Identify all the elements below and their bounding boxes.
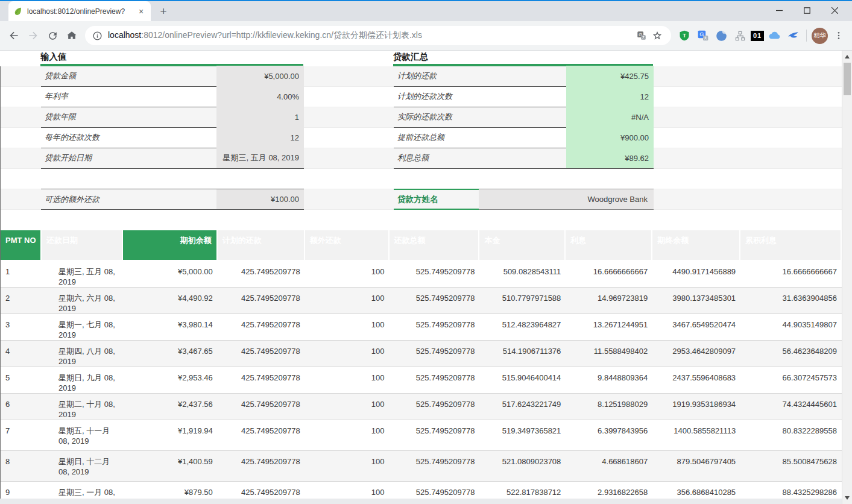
amortization-table-body: 1星期三, 五月 08, 2019¥5,000.00425.7495209778… bbox=[1, 261, 842, 504]
table-cell: 525.7495209778 bbox=[390, 367, 480, 393]
input-label: 年利率 bbox=[41, 86, 216, 107]
extension-badge-01[interactable]: 01 bbox=[751, 31, 764, 41]
scroll-down-icon[interactable] bbox=[845, 496, 850, 500]
page-bottom-strip bbox=[0, 499, 842, 504]
table-row: 7星期五, 十一月 08, 2019¥1,919.94425.749520977… bbox=[1, 420, 842, 451]
extensions-row: T G 01 精华 bbox=[676, 28, 848, 44]
vertical-scrollbar[interactable] bbox=[842, 51, 852, 504]
table-cell: 4.668618607 bbox=[566, 451, 652, 481]
extension-bird-icon[interactable] bbox=[785, 28, 801, 44]
table-cell: 星期五, 十一月 08, 2019 bbox=[42, 420, 123, 450]
table-cell: ¥3,980.14 bbox=[123, 314, 218, 340]
home-button[interactable] bbox=[62, 26, 81, 45]
input-value: 12 bbox=[216, 127, 304, 148]
column-header: 期初余额 bbox=[123, 230, 218, 260]
extension-translate-icon[interactable]: G bbox=[695, 28, 711, 44]
table-cell: 3980.1373485301 bbox=[652, 288, 740, 313]
extension-swirl-icon[interactable] bbox=[713, 28, 730, 44]
extension-shield-icon[interactable]: T bbox=[676, 28, 692, 44]
browser-window: localhost:8012/onlinePreview? × + localh… bbox=[0, 0, 852, 504]
scroll-up-icon[interactable] bbox=[845, 55, 850, 58]
translate-page-icon[interactable]: G bbox=[634, 28, 649, 43]
input-summary-rows: 贷款金额¥5,000.00计划的还款¥425.75年利率4.00%计划的还款次数… bbox=[1, 66, 842, 169]
summary-value: #N/A bbox=[566, 107, 654, 128]
table-cell: 509.0828543111 bbox=[479, 261, 566, 287]
table-cell: 425.7495209778 bbox=[218, 394, 305, 420]
table-cell: 16.6666666667 bbox=[566, 261, 652, 287]
table-row: 4星期四, 八月 08, 2019¥3,467.65425.7495209778… bbox=[1, 341, 842, 367]
table-cell: ¥5,000.00 bbox=[123, 261, 218, 287]
summary-label: 计划的还款 bbox=[394, 66, 566, 87]
table-cell: 56.4623648209 bbox=[740, 341, 842, 367]
table-cell: 14.969723819 bbox=[566, 288, 652, 313]
extension-cloud-icon[interactable] bbox=[766, 28, 783, 44]
column-header: 利息 bbox=[566, 230, 652, 260]
table-cell: ¥1,919.94 bbox=[123, 420, 218, 450]
reload-button[interactable] bbox=[43, 26, 62, 45]
browser-tab[interactable]: localhost:8012/onlinePreview? × bbox=[8, 1, 151, 21]
table-row: 1星期三, 五月 08, 2019¥5,000.00425.7495209778… bbox=[1, 261, 842, 288]
profile-avatar[interactable]: 精华 bbox=[812, 28, 828, 44]
table-cell: 16.6666666667 bbox=[740, 261, 842, 287]
table-cell: 4 bbox=[1, 341, 42, 367]
input-label: 贷款年限 bbox=[41, 107, 216, 128]
table-cell: 512.4823964827 bbox=[479, 314, 566, 340]
table-cell: 74.4324445601 bbox=[740, 394, 842, 420]
maximize-button[interactable] bbox=[793, 2, 821, 18]
new-tab-button[interactable]: + bbox=[156, 4, 171, 19]
table-cell: 85.5008475628 bbox=[740, 451, 842, 481]
summary-label: 利息总额 bbox=[394, 148, 566, 169]
table-cell: 525.7495209778 bbox=[390, 451, 480, 481]
table-cell: 31.6363904856 bbox=[740, 288, 842, 313]
table-cell: 8.1251988029 bbox=[566, 394, 652, 420]
table-cell: 525.7495209778 bbox=[390, 261, 480, 287]
column-header: 计划的还款 bbox=[218, 230, 305, 260]
table-row: 8星期日, 十二月 08, 2019¥1,400.59425.749520977… bbox=[1, 451, 842, 482]
url-address-bar[interactable]: localhost:8012/onlinePreview?url=http://… bbox=[85, 26, 671, 45]
table-cell: 1400.5855821113 bbox=[652, 420, 740, 450]
scrollbar-thumb[interactable] bbox=[844, 63, 851, 95]
url-text[interactable]: localhost:8012/onlinePreview?url=http://… bbox=[108, 30, 634, 41]
table-row: 2星期六, 六月 08, 2019¥4,490.92425.7495209778… bbox=[1, 288, 842, 314]
close-button[interactable] bbox=[821, 2, 848, 18]
table-cell: 100 bbox=[305, 314, 390, 340]
summary-value: 12 bbox=[566, 86, 654, 107]
table-cell: 100 bbox=[305, 261, 390, 287]
extension-sitemap-icon[interactable] bbox=[732, 28, 748, 44]
summary-label: 实际的还款次数 bbox=[394, 107, 566, 128]
summary-value: ¥425.75 bbox=[566, 66, 654, 87]
table-cell: 80.8322289558 bbox=[740, 420, 842, 450]
table-row: 5星期日, 九月 08, 2019¥2,953.46425.7495209778… bbox=[1, 367, 842, 394]
table-cell: 星期四, 八月 08, 2019 bbox=[42, 341, 123, 367]
leaf-favicon-icon bbox=[13, 7, 23, 16]
table-cell: 425.7495209778 bbox=[218, 288, 305, 313]
input-summary-row: 年利率4.00%计划的还款次数12 bbox=[1, 87, 842, 107]
summary-label: 提前还款总额 bbox=[394, 127, 566, 148]
table-cell: 6.3997843956 bbox=[566, 420, 652, 450]
input-label: 每年的还款次数 bbox=[41, 127, 216, 148]
minimize-button[interactable] bbox=[765, 2, 793, 18]
extra-payment-value: ¥100.00 bbox=[216, 189, 304, 210]
forward-button[interactable] bbox=[24, 26, 43, 45]
extra-payment-label: 可选的额外还款 bbox=[41, 189, 216, 210]
table-cell: 星期六, 六月 08, 2019 bbox=[42, 288, 123, 313]
input-value: 星期三, 五月 08, 2019 bbox=[216, 148, 304, 169]
window-controls bbox=[765, 2, 848, 18]
table-cell: 100 bbox=[305, 451, 390, 481]
table-row: 3星期一, 七月 08, 2019¥3,980.14425.7495209778… bbox=[1, 314, 842, 341]
menu-kebab-icon[interactable] bbox=[830, 28, 847, 44]
page-info-icon[interactable] bbox=[92, 31, 103, 41]
back-button[interactable] bbox=[4, 26, 24, 45]
input-value: ¥5,000.00 bbox=[216, 66, 304, 87]
table-cell: 星期一, 七月 08, 2019 bbox=[42, 314, 123, 340]
input-summary-row: 贷款年限1实际的还款次数#N/A bbox=[1, 107, 842, 128]
table-cell: 13.2671244951 bbox=[566, 314, 652, 340]
lender-name-value: Woodgrove Bank bbox=[479, 189, 654, 210]
table-cell: 2953.4642809097 bbox=[652, 341, 740, 367]
input-label: 贷款开始日期 bbox=[41, 148, 216, 169]
table-cell: 2437.5596408683 bbox=[652, 367, 740, 393]
tab-title: localhost:8012/onlinePreview? bbox=[27, 7, 132, 16]
bookmark-star-icon[interactable] bbox=[649, 28, 665, 43]
table-cell: 425.7495209778 bbox=[218, 314, 305, 340]
tab-close-icon[interactable]: × bbox=[136, 7, 146, 16]
